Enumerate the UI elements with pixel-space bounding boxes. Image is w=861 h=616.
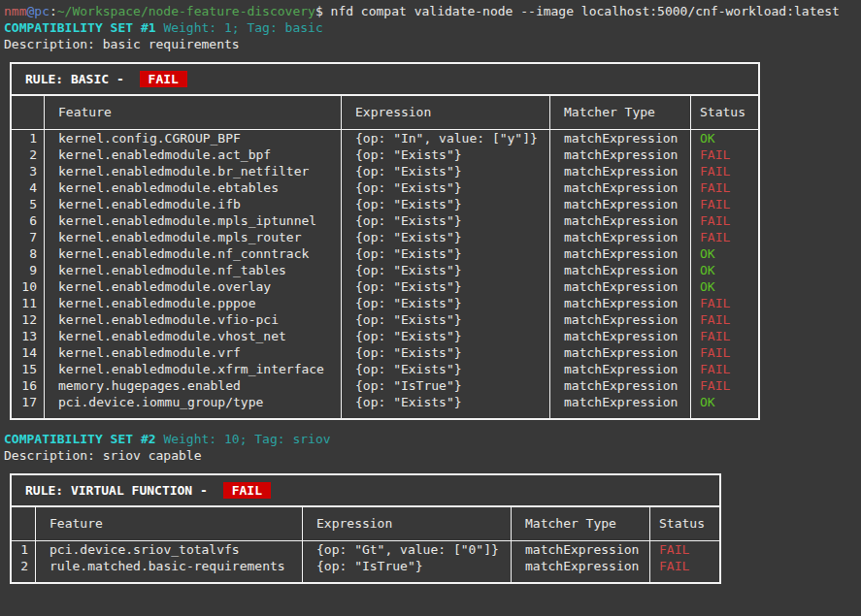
cell-matcher: matchExpression <box>550 163 691 179</box>
prompt-user: nmm <box>4 4 26 18</box>
cell-feature: memory.hugepages.enabled <box>45 377 342 394</box>
cell-expression: {op: "Exists"} <box>342 394 550 418</box>
cell-feature: kernel.enabledmodule.vhost_net <box>45 328 342 344</box>
cell-expression: {op: "Exists"} <box>342 328 550 344</box>
set2-meta: Weight: 10; Tag: sriov <box>163 432 330 446</box>
cell-feature: kernel.enabledmodule.vfio-pci <box>45 311 342 328</box>
cell-feature: kernel.enabledmodule.act_bpf <box>45 146 342 163</box>
cell-matcher: matchExpression <box>550 377 691 394</box>
cell-num: 7 <box>12 229 45 245</box>
prompt-host: @pc <box>26 4 49 18</box>
cell-num: 13 <box>12 328 45 344</box>
cell-feature: kernel.enabledmodule.overlay <box>45 278 342 295</box>
terminal-screen[interactable]: nmm@pc:~/Workspace/node-feature-discover… <box>0 0 861 616</box>
command-text: nfd compat validate-node --image localho… <box>323 4 840 18</box>
cell-matcher: matchExpression <box>550 229 691 245</box>
cell-expression: {op: "Exists"} <box>342 311 550 328</box>
cell-feature: kernel.enabledmodule.nf_tables <box>45 262 342 278</box>
cell-num: 2 <box>12 558 36 582</box>
table-row: 15 kernel.enabledmodule.xfrm_interface {… <box>12 361 758 377</box>
cell-matcher: matchExpression <box>550 394 691 418</box>
table-row: 6 kernel.enabledmodule.mpls_iptunnel {op… <box>12 212 758 229</box>
cell-matcher: matchExpression <box>550 361 691 377</box>
cell-num: 9 <box>12 262 45 278</box>
table-row: 9 kernel.enabledmodule.nf_tables {op: "E… <box>12 262 758 278</box>
cell-feature: kernel.enabledmodule.nf_conntrack <box>45 245 342 262</box>
cell-feature: kernel.enabledmodule.vrf <box>45 344 342 361</box>
set1-description: Description: basic requirements <box>4 36 861 52</box>
table-body: 1 pci.device.sriov_totalvfs {op: "Gt", v… <box>12 541 719 582</box>
status-cell: FAIL <box>691 196 758 212</box>
header-cell-expression: Expression <box>342 96 550 129</box>
table-row: 17 pci.device.iommu_group/type {op: "Exi… <box>12 394 758 418</box>
cell-num: 15 <box>12 361 45 377</box>
status-cell: OK <box>691 130 758 146</box>
cell-feature: kernel.enabledmodule.br_netfilter <box>45 163 342 179</box>
cell-expression: {op: "Exists"} <box>342 262 550 278</box>
status-cell: FAIL <box>650 558 719 582</box>
status-cell: OK <box>691 245 758 262</box>
status-cell: FAIL <box>691 328 758 344</box>
cell-matcher: matchExpression <box>550 311 691 328</box>
table-body: 1 kernel.config.CGROUP_BPF {op: "In", va… <box>12 130 758 418</box>
cell-expression: {op: "Exists"} <box>342 179 550 196</box>
table-row: 16 memory.hugepages.enabled {op: "IsTrue… <box>12 377 758 394</box>
cell-num: 1 <box>12 541 36 558</box>
cell-num: 5 <box>12 196 45 212</box>
cell-matcher: matchExpression <box>550 245 691 262</box>
cell-matcher: matchExpression <box>550 262 691 278</box>
header-cell-num <box>12 507 36 540</box>
table-row: 8 kernel.enabledmodule.nf_conntrack {op:… <box>12 245 758 262</box>
cell-matcher: matchExpression <box>550 196 691 212</box>
rule-table-basic: RULE: BASIC - FAIL Feature Expression Ma… <box>10 62 760 420</box>
header-cell-matcher: Matcher Type <box>512 507 650 540</box>
table-row: 12 kernel.enabledmodule.vfio-pci {op: "E… <box>12 311 758 328</box>
status-cell: OK <box>691 262 758 278</box>
cell-feature: kernel.enabledmodule.ebtables <box>45 179 342 196</box>
header-cell-expression: Expression <box>303 507 512 540</box>
cell-matcher: matchExpression <box>550 212 691 229</box>
cell-feature: rule.matched.basic-requirements <box>36 558 303 582</box>
cell-expression: {op: "Exists"} <box>342 344 550 361</box>
set2-title: COMPATIBILITY SET #2 <box>4 432 156 446</box>
set1-title: COMPATIBILITY SET #1 <box>4 20 156 35</box>
status-cell: FAIL <box>691 179 758 196</box>
table-row: 4 kernel.enabledmodule.ebtables {op: "Ex… <box>12 179 758 196</box>
cell-expression: {op: "Exists"} <box>342 196 550 212</box>
cell-num: 6 <box>12 212 45 229</box>
cell-num: 11 <box>12 295 45 311</box>
cell-matcher: matchExpression <box>550 179 691 196</box>
cell-feature: pci.device.iommu_group/type <box>45 394 342 418</box>
cell-matcher: matchExpression <box>550 130 691 146</box>
column-header-row: Feature Expression Matcher Type Status <box>12 507 719 541</box>
cell-num: 14 <box>12 344 45 361</box>
cell-expression: {op: "Exists"} <box>342 212 550 229</box>
status-cell: FAIL <box>691 311 758 328</box>
cell-num: 1 <box>12 130 45 146</box>
status-cell: FAIL <box>650 541 719 558</box>
table-row: 2 kernel.enabledmodule.act_bpf {op: "Exi… <box>12 146 758 163</box>
rule-status-badge: FAIL <box>140 71 187 87</box>
prompt-colon: : <box>50 4 57 18</box>
cell-expression: {op: "Exists"} <box>342 278 550 295</box>
cell-expression: {op: "Exists"} <box>342 361 550 377</box>
cell-expression: {op: "Exists"} <box>342 163 550 179</box>
status-cell: FAIL <box>691 146 758 163</box>
header-cell-num <box>12 96 45 129</box>
cell-matcher: matchExpression <box>550 146 691 163</box>
cell-feature: kernel.enabledmodule.pppoe <box>45 295 342 311</box>
table-row: 5 kernel.enabledmodule.ifb {op: "Exists"… <box>12 196 758 212</box>
rule-label: RULE: BASIC - <box>25 72 132 86</box>
table-row: 3 kernel.enabledmodule.br_netfilter {op:… <box>12 163 758 179</box>
cell-num: 17 <box>12 394 45 418</box>
cell-expression: {op: "Gt", value: ["0"]} <box>303 541 512 558</box>
cell-feature: kernel.enabledmodule.mpls_router <box>45 229 342 245</box>
cell-num: 4 <box>12 179 45 196</box>
cell-matcher: matchExpression <box>550 344 691 361</box>
cell-num: 2 <box>12 146 45 163</box>
cell-matcher: matchExpression <box>550 328 691 344</box>
set1-meta: Weight: 1; Tag: basic <box>163 20 322 35</box>
cell-expression: {op: "Exists"} <box>342 146 550 163</box>
rule-table-virtual-function: RULE: VIRTUAL FUNCTION - FAIL Feature Ex… <box>10 473 721 584</box>
cell-feature: pci.device.sriov_totalvfs <box>36 541 303 558</box>
